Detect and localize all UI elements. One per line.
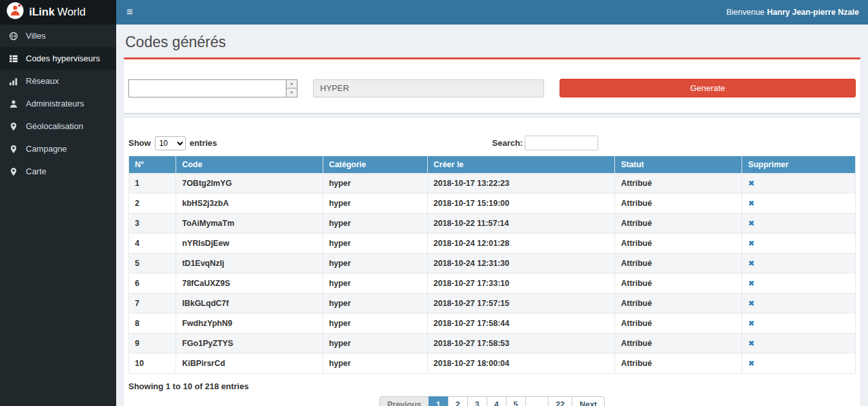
pagination-page-2[interactable]: 2 xyxy=(448,396,468,406)
delete-code-link[interactable]: ✖ xyxy=(748,319,754,328)
pagination-next[interactable]: Next xyxy=(572,396,605,406)
pagination-previous[interactable]: Previous xyxy=(379,396,429,406)
table-row: 2 kbHS2j3zbA hyper 2018-10-17 15:19:00 A… xyxy=(129,194,856,214)
brand-logo-area[interactable]: iLinkWorld xyxy=(0,0,116,25)
search-control: Search: xyxy=(492,136,599,150)
brand-name: iLinkWorld xyxy=(29,6,86,19)
sidebar-item-carte[interactable]: Carte xyxy=(0,160,116,183)
search-label: Search: xyxy=(492,138,523,148)
cell-category: hyper xyxy=(323,214,427,234)
cell-status: Attribué xyxy=(615,294,742,314)
cell-num: 3 xyxy=(129,214,176,234)
generate-button[interactable]: Generate xyxy=(560,79,856,97)
app-logo-icon xyxy=(6,2,24,23)
table-row: 9 FGo1PyZTYS hyper 2018-10-27 17:58:53 A… xyxy=(129,334,856,354)
delete-icon: ✖ xyxy=(748,259,754,268)
sidebar-item-codes-hyperviseurs[interactable]: Codes hyperviseurs xyxy=(0,47,116,70)
cell-code: tD1EvqNzIj xyxy=(176,254,323,274)
sidebar-item-label: Codes hyperviseurs xyxy=(26,54,100,63)
column-header-code[interactable]: Code xyxy=(176,156,323,174)
column-header-creer-le[interactable]: Créer le xyxy=(427,156,615,174)
sidebar-item-administrateurs[interactable]: Administrateurs xyxy=(0,92,116,115)
search-input[interactable] xyxy=(525,136,598,150)
spin-up-button[interactable]: ▲ xyxy=(287,80,297,89)
page-title: Codes générés xyxy=(125,34,860,51)
delete-code-link[interactable]: ✖ xyxy=(748,199,754,208)
code-generator-panel: ▲ ▼ Generate xyxy=(124,57,860,113)
pagination-page-3[interactable]: 3 xyxy=(467,396,487,406)
table-row: 5 tD1EvqNzIj hyper 2018-10-24 12:31:30 A… xyxy=(129,254,856,274)
delete-code-link[interactable]: ✖ xyxy=(748,179,754,188)
table-row: 8 FwdhzYphN9 hyper 2018-10-27 17:58:44 A… xyxy=(129,314,856,334)
cell-category: hyper xyxy=(323,234,427,254)
column-header-categorie[interactable]: Catégorie xyxy=(323,156,427,174)
delete-icon: ✖ xyxy=(748,359,754,368)
delete-code-link[interactable]: ✖ xyxy=(748,239,754,248)
quantity-stepper: ▲ ▼ xyxy=(128,79,298,97)
entries-label: entries xyxy=(190,138,217,148)
cell-created: 2018-10-27 18:00:04 xyxy=(427,354,615,374)
cell-num: 1 xyxy=(129,174,176,194)
pagination-page-22[interactable]: 22 xyxy=(548,396,572,406)
delete-code-link[interactable]: ✖ xyxy=(748,259,754,268)
cell-category: hyper xyxy=(323,174,427,194)
cell-created: 2018-10-24 12:31:30 xyxy=(427,254,615,274)
page-length-select[interactable]: 10 xyxy=(155,136,186,150)
sidebar-item-label: Administrateurs xyxy=(26,99,84,108)
sidebar-item-label: Réseaux xyxy=(26,76,59,86)
table-row: 10 KiBPirsrCd hyper 2018-10-27 18:00:04 … xyxy=(129,354,856,374)
delete-code-link[interactable]: ✖ xyxy=(748,279,754,288)
codes-table: N° Code Catégorie Créer le Statut Suppri… xyxy=(128,156,856,374)
column-header-statut[interactable]: Statut xyxy=(615,156,742,174)
quantity-input[interactable] xyxy=(129,80,286,97)
globe-icon xyxy=(9,32,21,41)
cell-status: Attribué xyxy=(615,254,742,274)
delete-icon: ✖ xyxy=(748,339,754,348)
cell-num: 10 xyxy=(129,354,176,374)
sidebar-item-reseaux[interactable]: Réseaux xyxy=(0,70,116,92)
delete-code-link[interactable]: ✖ xyxy=(748,219,754,228)
cell-num: 9 xyxy=(129,334,176,354)
sidebar-item-geolocalisation[interactable]: Géolocalisation xyxy=(0,115,116,137)
delete-icon: ✖ xyxy=(748,299,754,308)
sidebar-item-label: Géolocalisation xyxy=(26,121,83,131)
column-header-supprimer[interactable]: Supprimer xyxy=(742,156,856,174)
cell-category: hyper xyxy=(323,354,427,374)
sidebar-item-campagne[interactable]: Campagne xyxy=(0,137,116,160)
cell-num: 7 xyxy=(129,294,176,314)
delete-icon: ✖ xyxy=(748,179,754,188)
cell-status: Attribué xyxy=(615,274,742,294)
delete-code-link[interactable]: ✖ xyxy=(748,339,754,348)
category-field xyxy=(313,79,544,97)
main-content: Codes générés ▲ ▼ Generate Show 10 entri… xyxy=(116,0,868,406)
delete-code-link[interactable]: ✖ xyxy=(748,299,754,308)
map-marker-icon xyxy=(9,167,21,176)
pagination-page-1[interactable]: 1 xyxy=(429,396,449,406)
sidebar-toggle-button[interactable]: ≡ xyxy=(116,0,143,25)
spin-down-button[interactable]: ▼ xyxy=(287,88,297,97)
pagination-page-4[interactable]: 4 xyxy=(487,396,507,406)
delete-code-link[interactable]: ✖ xyxy=(748,359,754,368)
cell-code: 78fCaUXZ9S xyxy=(176,274,323,294)
table-row: 7 IBkGLqdC7f hyper 2018-10-27 17:57:15 A… xyxy=(129,294,856,314)
cell-code: kbHS2j3zbA xyxy=(176,194,323,214)
sidebar-item-villes[interactable]: Villes xyxy=(0,25,116,47)
pagination-page-5[interactable]: 5 xyxy=(506,396,526,406)
cell-code: FGo1PyZTYS xyxy=(176,334,323,354)
sidebar-item-label: Campagne xyxy=(26,144,67,154)
pagination: Previous 1 2 3 4 5 … 22 Next xyxy=(128,396,856,406)
map-marker-icon xyxy=(9,122,21,131)
cell-num: 2 xyxy=(129,194,176,214)
cell-status: Attribué xyxy=(615,354,742,374)
delete-icon: ✖ xyxy=(748,199,754,208)
sidebar-nav: Villes Codes hyperviseurs Réseaux Admini… xyxy=(0,25,116,406)
user-name: Hanry Jean-pierre Nzale xyxy=(767,8,859,17)
cell-code: KiBPirsrCd xyxy=(176,354,323,374)
column-header-num[interactable]: N° xyxy=(129,156,176,174)
cell-category: hyper xyxy=(323,194,427,214)
cell-code: 7OBtg2lmYG xyxy=(176,174,323,194)
cell-status: Attribué xyxy=(615,334,742,354)
table-controls: Show 10 entries Search: xyxy=(128,136,856,150)
cell-category: hyper xyxy=(323,294,427,314)
user-menu[interactable]: Bienvenue Hanry Jean-pierre Nzale xyxy=(717,0,868,25)
